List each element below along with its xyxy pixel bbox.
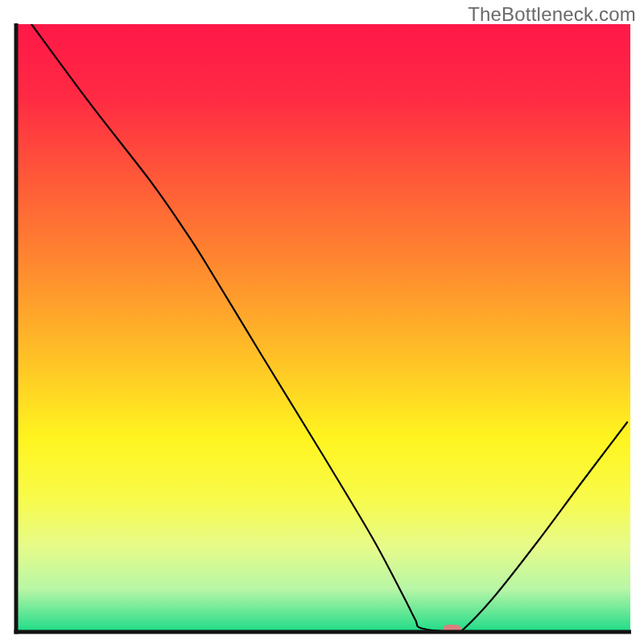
bottleneck-chart — [0, 0, 644, 644]
watermark-text: TheBottleneck.com — [468, 3, 636, 26]
chart-container: TheBottleneck.com — [0, 0, 644, 644]
